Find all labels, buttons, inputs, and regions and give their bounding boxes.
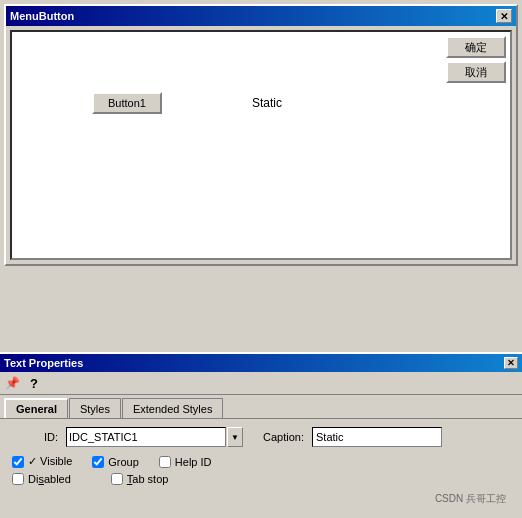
- static-text-label: Static: [252, 96, 282, 110]
- visible-checkbox[interactable]: [12, 456, 24, 468]
- help-id-checkbox[interactable]: [159, 456, 171, 468]
- tab-styles[interactable]: Styles: [69, 398, 121, 418]
- top-action-buttons: 确定 取消: [446, 36, 506, 83]
- bottom-titlebar: Text Properties ✕: [0, 354, 522, 372]
- disabled-checkbox[interactable]: [12, 473, 24, 485]
- caption-input[interactable]: [312, 427, 442, 447]
- help-id-checkbox-label[interactable]: Help ID: [159, 456, 212, 468]
- id-caption-row: ID: ▼ Caption:: [8, 427, 514, 447]
- cancel-button[interactable]: 取消: [446, 61, 506, 83]
- checkbox-row-1: ✓ Visible Group Help ID: [8, 455, 514, 468]
- text-properties-panel: Text Properties ✕ 📌 ? General Styles Ext…: [0, 352, 522, 518]
- bottom-close-button[interactable]: ✕: [504, 357, 518, 369]
- top-window-content: 确定 取消 Button1 Static: [10, 30, 512, 260]
- visible-label: ✓ Visible: [28, 455, 72, 468]
- tab-stop-label: Tab stop: [127, 473, 169, 485]
- properties-body: ID: ▼ Caption: ✓ Visible Group Help ID: [0, 418, 522, 518]
- pin-icon[interactable]: 📌: [4, 375, 20, 391]
- tab-extended-styles[interactable]: Extended Styles: [122, 398, 224, 418]
- tabs-row: General Styles Extended Styles: [0, 395, 522, 418]
- top-close-button[interactable]: ✕: [496, 9, 512, 23]
- bottom-window-title: Text Properties: [4, 357, 83, 369]
- id-dropdown-arrow[interactable]: ▼: [227, 427, 243, 447]
- button1[interactable]: Button1: [92, 92, 162, 114]
- help-icon[interactable]: ?: [26, 375, 42, 391]
- top-window-title: MenuButton: [10, 10, 74, 22]
- group-checkbox[interactable]: [92, 456, 104, 468]
- id-input[interactable]: [66, 427, 226, 447]
- help-id-label: Help ID: [175, 456, 212, 468]
- disabled-label: Disabled: [28, 473, 71, 485]
- id-select-wrapper: ▼: [66, 427, 243, 447]
- tab-stop-checkbox-label[interactable]: Tab stop: [111, 473, 169, 485]
- group-checkbox-label[interactable]: Group: [92, 456, 139, 468]
- disabled-checkbox-label[interactable]: Disabled: [12, 473, 71, 485]
- top-titlebar: MenuButton ✕: [6, 6, 516, 26]
- top-window: MenuButton ✕ 确定 取消 Button1 Static: [4, 4, 518, 266]
- properties-toolbar: 📌 ?: [0, 372, 522, 395]
- caption-label: Caption:: [263, 431, 304, 443]
- group-label: Group: [108, 456, 139, 468]
- checkbox-row-2: Disabled Tab stop: [8, 473, 514, 485]
- id-label: ID:: [8, 431, 58, 443]
- visible-checkbox-label[interactable]: ✓ Visible: [12, 455, 72, 468]
- tab-stop-checkbox[interactable]: [111, 473, 123, 485]
- watermark: CSDN 兵哥工控: [8, 490, 514, 510]
- tab-general[interactable]: General: [4, 398, 68, 418]
- confirm-button[interactable]: 确定: [446, 36, 506, 58]
